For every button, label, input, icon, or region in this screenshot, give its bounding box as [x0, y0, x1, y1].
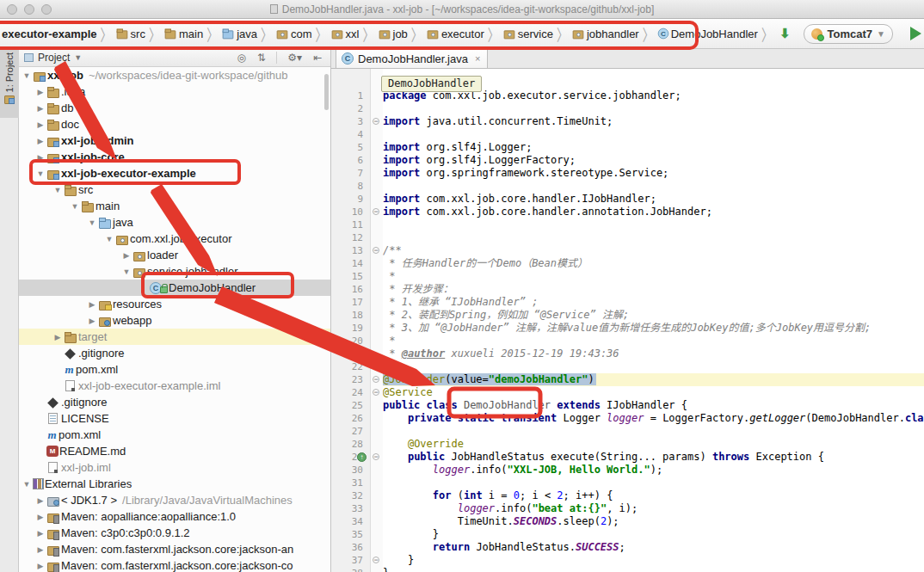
- code-line-12[interactable]: [383, 231, 924, 244]
- tree-item-maven-aopalliance-aopalliance-1.0[interactable]: ▶Maven: aopalliance:aopalliance:1.0: [19, 508, 330, 525]
- tree-item-maven-com.fasterxml.jackson.core-jackson-co[interactable]: ▶Maven: com.fasterxml.jackson.core:jacks…: [19, 557, 330, 572]
- tree-item-java[interactable]: ▼java: [19, 214, 330, 231]
- code-line-10[interactable]: import com.xxl.job.core.handler.annotati…: [383, 206, 924, 218]
- line-number-30[interactable]: 30: [331, 464, 370, 477]
- line-number-37[interactable]: 37: [331, 554, 370, 567]
- editor-breadcrumb-pill[interactable]: DemoJobHandler: [381, 76, 482, 92]
- breadcrumb-item-xxl[interactable]: xxl: [330, 28, 360, 40]
- line-number-12[interactable]: 12: [331, 231, 370, 244]
- line-number-24[interactable]: 24: [331, 386, 370, 399]
- tree-expand-arrow[interactable]: ▼: [21, 71, 33, 80]
- tree-expand-arrow[interactable]: ▶: [34, 120, 46, 129]
- line-number-7[interactable]: 7: [331, 167, 370, 180]
- code-line-8[interactable]: [383, 180, 924, 193]
- code-line-17[interactable]: * 1、继承 “IJobHandler” ;: [383, 296, 924, 309]
- tree-expand-arrow[interactable]: ▶: [52, 333, 64, 341]
- breadcrumb-item-service[interactable]: service: [502, 28, 553, 40]
- line-number-3[interactable]: 3: [331, 115, 370, 128]
- code-line-5[interactable]: import org.slf4j.Logger;: [383, 141, 924, 154]
- locate-file-button[interactable]: ◎: [234, 52, 249, 64]
- tree-item-service.jobhandler[interactable]: ▼service.jobhandler: [19, 263, 330, 280]
- tree-item-.idea[interactable]: ▶.idea: [19, 83, 330, 100]
- code-line-13[interactable]: /**: [383, 244, 924, 257]
- code-line-4[interactable]: [383, 128, 924, 141]
- intention-bulb-icon[interactable]: [388, 361, 397, 371]
- line-number-8[interactable]: 8: [331, 180, 370, 193]
- line-number-2[interactable]: 2: [331, 102, 370, 115]
- code-line-30[interactable]: logger.info("XXL-JOB, Hello World.");: [383, 464, 924, 477]
- code-line-23[interactable]: @JobHander(value="demoJobHandler"): [383, 373, 924, 386]
- line-number-5[interactable]: 5: [331, 141, 370, 154]
- tree-expand-arrow[interactable]: ▼: [52, 186, 64, 194]
- breadcrumb-item-executor[interactable]: executor: [426, 28, 484, 40]
- tree-expand-arrow[interactable]: ▶: [34, 496, 46, 505]
- tree-expand-arrow[interactable]: ▼: [86, 218, 98, 227]
- line-number-9[interactable]: 9: [331, 193, 370, 206]
- code-line-3[interactable]: import java.util.concurrent.TimeUnit;: [383, 115, 924, 128]
- fold-gutter[interactable]: –––––––: [371, 69, 383, 572]
- line-number-33[interactable]: 33: [331, 502, 370, 515]
- code-line-36[interactable]: return JobHandleStatus.SUCCESS;: [383, 541, 924, 554]
- tree-expand-arrow[interactable]: ▼: [21, 480, 33, 489]
- tree-expand-arrow[interactable]: ▼: [120, 268, 132, 276]
- code-line-37[interactable]: }: [383, 554, 924, 567]
- code-line-7[interactable]: import org.springframework.stereotype.Se…: [383, 167, 924, 180]
- tree-item-pom.xml[interactable]: mpom.xml: [19, 361, 330, 378]
- tree-item-external-libraries[interactable]: ▼External Libraries: [19, 476, 330, 492]
- tree-item-xxl-job-admin[interactable]: ▶xxl-job-admin: [19, 132, 330, 149]
- breadcrumb-item-executor-example[interactable]: executor-example: [2, 28, 97, 40]
- line-number-22[interactable]: 22: [331, 360, 370, 373]
- tree-expand-arrow[interactable]: ▶: [120, 251, 132, 260]
- code-line-33[interactable]: logger.info("beat at:{}", i);: [383, 502, 924, 515]
- code-line-14[interactable]: * 任务Handler的一个Demo（Bean模式）: [383, 257, 924, 270]
- line-number-20[interactable]: 20: [331, 335, 370, 348]
- project-tree[interactable]: ▼xxl-job~/workspaces/idea-git-workspace/…: [19, 67, 330, 572]
- tree-item-maven-com.fasterxml.jackson.core-jackson-an[interactable]: ▶Maven: com.fasterxml.jackson.core:jacks…: [19, 541, 330, 557]
- tree-item-.gitignore[interactable]: .gitignore: [19, 394, 330, 410]
- tree-expand-arrow[interactable]: ▶: [34, 562, 46, 570]
- code-line-32[interactable]: for (int i = 0; i < 2; i++) {: [383, 489, 924, 502]
- code-line-9[interactable]: import com.xxl.job.core.handler.IJobHand…: [383, 193, 924, 206]
- run-configuration-combo[interactable]: Tomcat7 ▼: [804, 24, 892, 44]
- tree-expand-arrow[interactable]: ▶: [34, 137, 46, 145]
- line-number-25[interactable]: 25: [331, 399, 370, 412]
- code-area[interactable]: package com.xxl.job.executor.service.job…: [383, 69, 924, 572]
- tree-item-pom.xml[interactable]: mpom.xml: [19, 427, 330, 443]
- line-number-16[interactable]: 16: [331, 283, 370, 296]
- code-line-27[interactable]: [383, 425, 924, 438]
- code-line-22[interactable]: [383, 360, 924, 373]
- tree-expand-arrow[interactable]: ▶: [34, 104, 46, 113]
- line-number-11[interactable]: 11: [331, 218, 370, 231]
- tree-item-license[interactable]: LICENSE: [19, 410, 330, 427]
- tree-item-main[interactable]: ▼main: [19, 198, 330, 214]
- code-line-26[interactable]: private static transient Logger logger =…: [383, 412, 924, 425]
- settings-gear-button[interactable]: ⚙▾: [284, 52, 305, 64]
- tree-expand-arrow[interactable]: ▼: [103, 235, 115, 243]
- tree-expand-arrow[interactable]: ▶: [34, 153, 46, 162]
- tree-expand-arrow[interactable]: ▼: [34, 169, 46, 178]
- chevron-down-icon[interactable]: ▼: [74, 53, 82, 62]
- fold-marker-icon[interactable]: –: [373, 118, 379, 125]
- line-number-17[interactable]: 17: [331, 296, 370, 309]
- tree-item-resources[interactable]: ▶resources: [19, 296, 330, 312]
- code-line-19[interactable]: * 3、加 “@JobHander” 注解，注解value值为新增任务生成的Jo…: [383, 322, 924, 335]
- code-line-15[interactable]: *: [383, 270, 924, 283]
- tree-item-xxl-job-core[interactable]: ▶xxl-job-core: [19, 149, 330, 165]
- tree-expand-arrow[interactable]: ▶: [34, 513, 46, 521]
- tree-item-webapp[interactable]: ▶webapp: [19, 312, 330, 329]
- breadcrumb-item-java[interactable]: java: [221, 28, 257, 40]
- tree-item-src[interactable]: ▼src: [19, 181, 330, 198]
- code-line-2[interactable]: [383, 102, 924, 115]
- line-number-26[interactable]: 26: [331, 412, 370, 425]
- navigate-down-icon[interactable]: ⬇: [779, 26, 791, 41]
- tree-expand-arrow[interactable]: ▶: [34, 545, 46, 554]
- overriding-method-icon[interactable]: ↑: [357, 452, 367, 462]
- line-number-28[interactable]: 28: [331, 438, 370, 451]
- code-line-20[interactable]: *: [383, 335, 924, 348]
- run-button[interactable]: [905, 23, 924, 44]
- tree-item-readme.md[interactable]: MREADME.md: [19, 443, 330, 459]
- breadcrumb-item-demojobhandler[interactable]: CDemoJobHandler: [657, 28, 758, 40]
- fold-marker-icon[interactable]: –: [373, 247, 379, 254]
- line-number-34[interactable]: 34: [331, 515, 370, 528]
- code-line-29[interactable]: public JobHandleStatus execute(String...…: [383, 451, 924, 464]
